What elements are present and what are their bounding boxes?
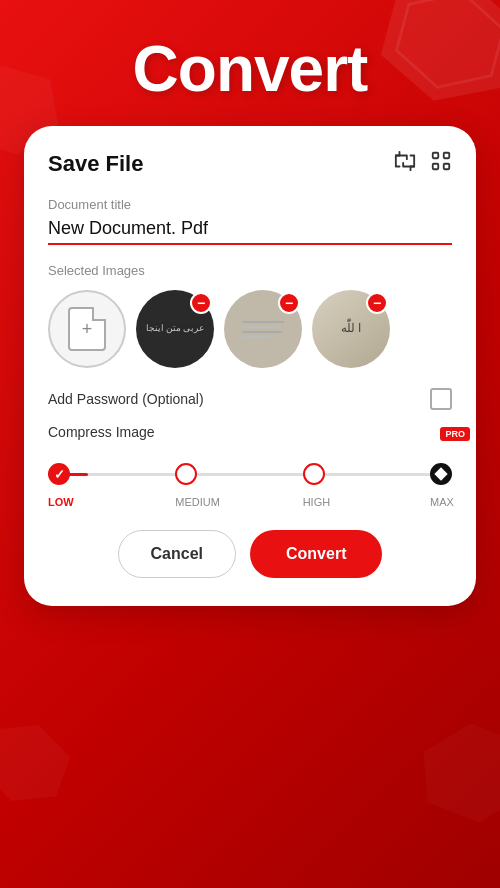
images-row: + عربی متن اینجا − bbox=[48, 290, 452, 368]
image-item-3: ا للّٰه − bbox=[312, 290, 390, 368]
max-node[interactable] bbox=[430, 463, 452, 485]
selected-images-label: Selected Images bbox=[48, 263, 452, 278]
svg-rect-7 bbox=[433, 164, 439, 170]
convert-button[interactable]: Convert bbox=[250, 530, 382, 578]
label-medium: MEDIUM bbox=[175, 496, 197, 508]
card-header: Save File bbox=[48, 150, 452, 177]
high-node[interactable] bbox=[303, 463, 325, 485]
compress-section: Compress Image ✓ bbox=[48, 424, 452, 508]
add-image-button[interactable]: + bbox=[48, 290, 126, 368]
save-file-card: Save File Document title bbox=[24, 126, 476, 606]
password-row: Add Password (Optional) bbox=[48, 386, 452, 410]
checkmark-icon: ✓ bbox=[54, 467, 65, 482]
svg-rect-6 bbox=[444, 153, 450, 159]
card-title: Save File bbox=[48, 151, 143, 177]
grid-icon[interactable] bbox=[430, 150, 452, 177]
slider-node-medium[interactable] bbox=[175, 463, 197, 485]
svg-marker-4 bbox=[421, 719, 500, 826]
svg-rect-5 bbox=[433, 153, 439, 159]
svg-marker-9 bbox=[434, 467, 447, 480]
document-title-section: Document title bbox=[48, 197, 452, 263]
pro-diamond-icon bbox=[433, 466, 449, 482]
pro-badge: PRO bbox=[440, 427, 470, 441]
document-title-input[interactable] bbox=[48, 218, 452, 245]
cancel-button[interactable]: Cancel bbox=[118, 530, 236, 578]
image-item-1: عربی متن اینجا − bbox=[136, 290, 214, 368]
page-title: Convert bbox=[0, 0, 500, 106]
slider-node-high[interactable] bbox=[303, 463, 325, 485]
compress-slider[interactable]: ✓ PRO bbox=[48, 456, 452, 492]
crop-icon[interactable] bbox=[394, 150, 416, 177]
add-image-icon: + bbox=[68, 307, 106, 351]
remove-image-2-button[interactable]: − bbox=[278, 292, 300, 314]
svg-rect-8 bbox=[444, 164, 450, 170]
header-icons bbox=[394, 150, 452, 177]
remove-image-1-button[interactable]: − bbox=[190, 292, 212, 314]
slider-node-low[interactable]: ✓ bbox=[48, 463, 70, 485]
hex-decoration-3 bbox=[0, 718, 70, 808]
password-label: Add Password (Optional) bbox=[48, 391, 204, 407]
slider-node-max[interactable]: PRO bbox=[430, 463, 452, 485]
low-node[interactable]: ✓ bbox=[48, 463, 70, 485]
medium-node[interactable] bbox=[175, 463, 197, 485]
action-buttons: Cancel Convert bbox=[48, 530, 452, 578]
remove-image-3-button[interactable]: − bbox=[366, 292, 388, 314]
password-checkbox[interactable] bbox=[430, 388, 452, 410]
slider-labels: LOW MEDIUM HIGH MAX bbox=[48, 496, 452, 508]
label-high: HIGH bbox=[303, 496, 325, 508]
label-low: LOW bbox=[48, 496, 70, 508]
plus-symbol: + bbox=[82, 320, 93, 338]
selected-images-section: Selected Images + عربی متن اینجا − bbox=[48, 263, 452, 368]
slider-nodes: ✓ PRO bbox=[48, 463, 452, 485]
hex-decoration-4 bbox=[420, 718, 500, 828]
document-plus-icon: + bbox=[68, 307, 106, 351]
label-max: MAX bbox=[430, 496, 452, 508]
compress-label: Compress Image bbox=[48, 424, 452, 440]
svg-marker-3 bbox=[0, 718, 70, 808]
add-image-circle[interactable]: + bbox=[48, 290, 126, 368]
document-title-label: Document title bbox=[48, 197, 452, 212]
image-item-2: − bbox=[224, 290, 302, 368]
